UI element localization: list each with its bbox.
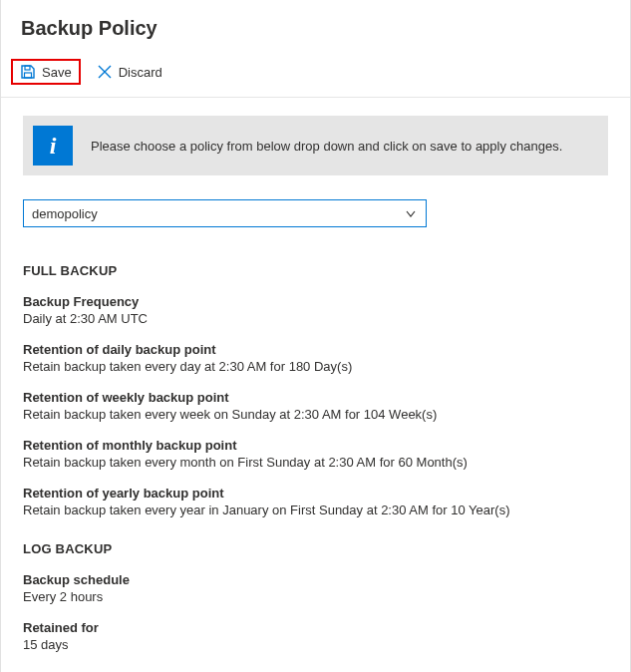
- yearly-retention-field: Retention of yearly backup point Retain …: [23, 486, 608, 517]
- info-icon: i: [33, 126, 73, 166]
- full-backup-heading: FULL BACKUP: [23, 263, 608, 278]
- toolbar: Save Discard: [1, 53, 630, 98]
- daily-retention-label: Retention of daily backup point: [23, 342, 608, 357]
- save-button-label: Save: [42, 65, 72, 80]
- daily-retention-value: Retain backup taken every day at 2:30 AM…: [23, 359, 608, 374]
- weekly-retention-label: Retention of weekly backup point: [23, 390, 608, 405]
- discard-icon: [97, 64, 113, 80]
- backup-schedule-field: Backup schedule Every 2 hours: [23, 572, 608, 604]
- panel-header: Backup Policy: [1, 0, 630, 53]
- daily-retention-field: Retention of daily backup point Retain b…: [23, 342, 608, 374]
- page-title: Backup Policy: [21, 17, 158, 40]
- save-icon: [20, 64, 36, 80]
- weekly-retention-value: Retain backup taken every week on Sunday…: [23, 407, 608, 422]
- yearly-retention-value: Retain backup taken every year in Januar…: [23, 503, 608, 517]
- retained-for-field: Retained for 15 days: [23, 620, 608, 652]
- retained-for-label: Retained for: [23, 620, 608, 635]
- backup-schedule-label: Backup schedule: [23, 572, 608, 587]
- close-button[interactable]: [602, 14, 610, 43]
- save-button[interactable]: Save: [11, 59, 81, 85]
- monthly-retention-label: Retention of monthly backup point: [23, 438, 608, 453]
- full-backup-section: FULL BACKUP Backup Frequency Daily at 2:…: [23, 263, 608, 517]
- backup-frequency-label: Backup Frequency: [23, 294, 608, 309]
- info-banner-text: Please choose a policy from below drop d…: [91, 139, 562, 154]
- policy-dropdown[interactable]: demopolicy: [23, 199, 427, 227]
- policy-dropdown-value: demopolicy: [32, 206, 98, 221]
- backup-frequency-value: Daily at 2:30 AM UTC: [23, 311, 608, 326]
- log-backup-section: LOG BACKUP Backup schedule Every 2 hours…: [23, 541, 608, 652]
- monthly-retention-field: Retention of monthly backup point Retain…: [23, 438, 608, 470]
- log-backup-heading: LOG BACKUP: [23, 541, 608, 556]
- backup-schedule-value: Every 2 hours: [23, 589, 608, 604]
- weekly-retention-field: Retention of weekly backup point Retain …: [23, 390, 608, 422]
- discard-button-label: Discard: [119, 65, 162, 80]
- retained-for-value: 15 days: [23, 637, 608, 652]
- chevron-down-icon: [404, 206, 418, 220]
- panel-content: i Please choose a policy from below drop…: [1, 98, 630, 672]
- svg-rect-1: [25, 73, 32, 78]
- backup-frequency-field: Backup Frequency Daily at 2:30 AM UTC: [23, 294, 608, 326]
- svg-rect-0: [25, 66, 30, 70]
- monthly-retention-value: Retain backup taken every month on First…: [23, 455, 608, 470]
- discard-button[interactable]: Discard: [89, 60, 170, 84]
- yearly-retention-label: Retention of yearly backup point: [23, 486, 608, 501]
- info-banner: i Please choose a policy from below drop…: [23, 116, 608, 175]
- backup-policy-panel: Backup Policy Save Discard: [0, 0, 631, 672]
